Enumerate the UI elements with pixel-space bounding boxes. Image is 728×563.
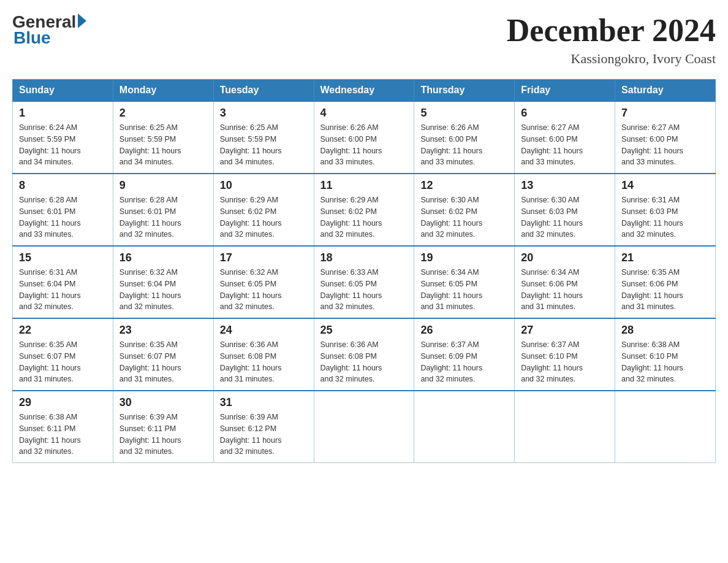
day-info: Sunrise: 6:36 AM Sunset: 6:08 PM Dayligh… <box>320 339 408 385</box>
day-number: 13 <box>521 179 609 192</box>
day-number: 14 <box>621 179 709 192</box>
table-row: 2 Sunrise: 6:25 AM Sunset: 5:59 PM Dayli… <box>113 101 213 174</box>
week-row-3: 15 Sunrise: 6:31 AM Sunset: 6:04 PM Dayl… <box>13 246 716 318</box>
page-title: December 2024 <box>507 12 716 48</box>
table-row: 7 Sunrise: 6:27 AM Sunset: 6:00 PM Dayli… <box>615 101 716 174</box>
day-info: Sunrise: 6:27 AM Sunset: 6:00 PM Dayligh… <box>521 122 609 168</box>
col-monday: Monday <box>113 80 213 102</box>
table-row: 18 Sunrise: 6:33 AM Sunset: 6:05 PM Dayl… <box>314 246 414 318</box>
logo-blue-label: Blue <box>13 28 51 48</box>
day-number: 12 <box>420 179 508 192</box>
table-row: 15 Sunrise: 6:31 AM Sunset: 6:04 PM Dayl… <box>13 246 113 318</box>
table-row: 19 Sunrise: 6:34 AM Sunset: 6:05 PM Dayl… <box>414 246 515 318</box>
table-row: 17 Sunrise: 6:32 AM Sunset: 6:05 PM Dayl… <box>213 246 314 318</box>
day-info: Sunrise: 6:25 AM Sunset: 5:59 PM Dayligh… <box>220 122 308 168</box>
day-info: Sunrise: 6:25 AM Sunset: 5:59 PM Dayligh… <box>119 122 207 168</box>
day-number: 17 <box>220 251 308 264</box>
day-info: Sunrise: 6:26 AM Sunset: 6:00 PM Dayligh… <box>420 122 508 168</box>
week-row-2: 8 Sunrise: 6:28 AM Sunset: 6:01 PM Dayli… <box>13 174 716 246</box>
day-info: Sunrise: 6:28 AM Sunset: 6:01 PM Dayligh… <box>19 194 107 240</box>
day-number: 6 <box>521 107 609 120</box>
day-number: 20 <box>521 251 609 264</box>
table-row: 29 Sunrise: 6:38 AM Sunset: 6:11 PM Dayl… <box>13 391 113 463</box>
day-info: Sunrise: 6:39 AM Sunset: 6:11 PM Dayligh… <box>119 412 207 458</box>
day-info: Sunrise: 6:30 AM Sunset: 6:02 PM Dayligh… <box>420 194 508 240</box>
day-number: 3 <box>220 107 308 120</box>
day-info: Sunrise: 6:28 AM Sunset: 6:01 PM Dayligh… <box>119 194 207 240</box>
table-row <box>314 391 414 463</box>
col-sunday: Sunday <box>13 80 113 102</box>
day-number: 15 <box>19 251 107 264</box>
day-number: 8 <box>19 179 107 192</box>
day-info: Sunrise: 6:37 AM Sunset: 6:09 PM Dayligh… <box>420 339 508 385</box>
day-number: 23 <box>119 324 207 337</box>
day-info: Sunrise: 6:39 AM Sunset: 6:12 PM Dayligh… <box>220 412 308 458</box>
day-info: Sunrise: 6:38 AM Sunset: 6:11 PM Dayligh… <box>19 412 107 458</box>
week-row-1: 1 Sunrise: 6:24 AM Sunset: 5:59 PM Dayli… <box>13 101 716 174</box>
table-row: 25 Sunrise: 6:36 AM Sunset: 6:08 PM Dayl… <box>314 318 414 391</box>
day-number: 31 <box>220 396 308 409</box>
week-row-5: 29 Sunrise: 6:38 AM Sunset: 6:11 PM Dayl… <box>13 391 716 463</box>
table-row: 3 Sunrise: 6:25 AM Sunset: 5:59 PM Dayli… <box>213 101 314 174</box>
day-info: Sunrise: 6:37 AM Sunset: 6:10 PM Dayligh… <box>521 339 609 385</box>
table-row: 21 Sunrise: 6:35 AM Sunset: 6:06 PM Dayl… <box>615 246 716 318</box>
col-friday: Friday <box>515 80 615 102</box>
logo: General Blue <box>12 12 86 48</box>
day-info: Sunrise: 6:29 AM Sunset: 6:02 PM Dayligh… <box>320 194 408 240</box>
day-info: Sunrise: 6:35 AM Sunset: 6:06 PM Dayligh… <box>621 267 709 313</box>
table-row: 5 Sunrise: 6:26 AM Sunset: 6:00 PM Dayli… <box>414 101 515 174</box>
day-number: 27 <box>521 324 609 337</box>
page-subtitle: Kassiongokro, Ivory Coast <box>507 51 716 67</box>
day-info: Sunrise: 6:34 AM Sunset: 6:06 PM Dayligh… <box>521 267 609 313</box>
day-number: 25 <box>320 324 408 337</box>
table-row: 20 Sunrise: 6:34 AM Sunset: 6:06 PM Dayl… <box>515 246 615 318</box>
day-info: Sunrise: 6:31 AM Sunset: 6:04 PM Dayligh… <box>19 267 107 313</box>
day-info: Sunrise: 6:32 AM Sunset: 6:04 PM Dayligh… <box>119 267 207 313</box>
table-row: 8 Sunrise: 6:28 AM Sunset: 6:01 PM Dayli… <box>13 174 113 246</box>
day-info: Sunrise: 6:35 AM Sunset: 6:07 PM Dayligh… <box>19 339 107 385</box>
table-row: 22 Sunrise: 6:35 AM Sunset: 6:07 PM Dayl… <box>13 318 113 391</box>
table-row: 28 Sunrise: 6:38 AM Sunset: 6:10 PM Dayl… <box>615 318 716 391</box>
table-row: 31 Sunrise: 6:39 AM Sunset: 6:12 PM Dayl… <box>213 391 314 463</box>
table-row: 10 Sunrise: 6:29 AM Sunset: 6:02 PM Dayl… <box>213 174 314 246</box>
day-number: 9 <box>119 179 207 192</box>
day-info: Sunrise: 6:33 AM Sunset: 6:05 PM Dayligh… <box>320 267 408 313</box>
day-info: Sunrise: 6:36 AM Sunset: 6:08 PM Dayligh… <box>220 339 308 385</box>
day-number: 10 <box>220 179 308 192</box>
day-info: Sunrise: 6:27 AM Sunset: 6:00 PM Dayligh… <box>621 122 709 168</box>
day-number: 29 <box>19 396 107 409</box>
day-number: 2 <box>119 107 207 120</box>
calendar-table: Sunday Monday Tuesday Wednesday Thursday… <box>12 79 716 463</box>
day-number: 21 <box>621 251 709 264</box>
day-info: Sunrise: 6:30 AM Sunset: 6:03 PM Dayligh… <box>521 194 609 240</box>
table-row: 16 Sunrise: 6:32 AM Sunset: 6:04 PM Dayl… <box>113 246 213 318</box>
day-number: 19 <box>420 251 508 264</box>
day-info: Sunrise: 6:26 AM Sunset: 6:00 PM Dayligh… <box>320 122 408 168</box>
day-number: 26 <box>420 324 508 337</box>
day-number: 30 <box>119 396 207 409</box>
col-wednesday: Wednesday <box>314 80 414 102</box>
day-info: Sunrise: 6:35 AM Sunset: 6:07 PM Dayligh… <box>119 339 207 385</box>
table-row: 13 Sunrise: 6:30 AM Sunset: 6:03 PM Dayl… <box>515 174 615 246</box>
table-row: 26 Sunrise: 6:37 AM Sunset: 6:09 PM Dayl… <box>414 318 515 391</box>
day-number: 28 <box>621 324 709 337</box>
table-row: 30 Sunrise: 6:39 AM Sunset: 6:11 PM Dayl… <box>113 391 213 463</box>
title-section: December 2024 Kassiongokro, Ivory Coast <box>507 12 716 67</box>
day-info: Sunrise: 6:34 AM Sunset: 6:05 PM Dayligh… <box>420 267 508 313</box>
day-info: Sunrise: 6:29 AM Sunset: 6:02 PM Dayligh… <box>220 194 308 240</box>
day-number: 5 <box>420 107 508 120</box>
day-number: 7 <box>621 107 709 120</box>
table-row: 24 Sunrise: 6:36 AM Sunset: 6:08 PM Dayl… <box>213 318 314 391</box>
table-row: 27 Sunrise: 6:37 AM Sunset: 6:10 PM Dayl… <box>515 318 615 391</box>
day-number: 24 <box>220 324 308 337</box>
table-row <box>414 391 515 463</box>
table-row: 9 Sunrise: 6:28 AM Sunset: 6:01 PM Dayli… <box>113 174 213 246</box>
col-saturday: Saturday <box>615 80 716 102</box>
day-number: 22 <box>19 324 107 337</box>
calendar-header-row: Sunday Monday Tuesday Wednesday Thursday… <box>13 80 716 102</box>
day-number: 11 <box>320 179 408 192</box>
table-row <box>515 391 615 463</box>
col-thursday: Thursday <box>414 80 515 102</box>
day-number: 18 <box>320 251 408 264</box>
table-row: 11 Sunrise: 6:29 AM Sunset: 6:02 PM Dayl… <box>314 174 414 246</box>
